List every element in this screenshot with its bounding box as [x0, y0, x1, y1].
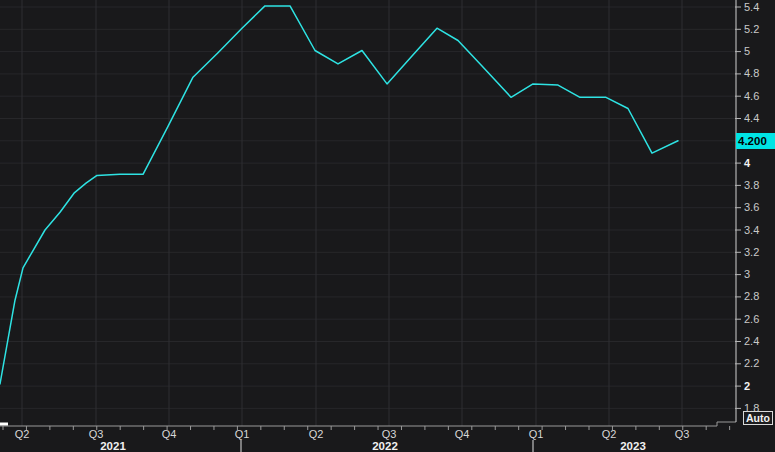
price-line — [0, 6, 678, 384]
chart-canvas[interactable] — [0, 0, 775, 452]
x-axis-line — [0, 422, 736, 426]
last-price-badge: 4.200 — [736, 133, 775, 149]
auto-scale-button[interactable]: Auto — [743, 411, 773, 425]
terminal-chart-window: 5.45.254.84.64.443.83.63.43.232.82.62.42… — [0, 0, 775, 452]
